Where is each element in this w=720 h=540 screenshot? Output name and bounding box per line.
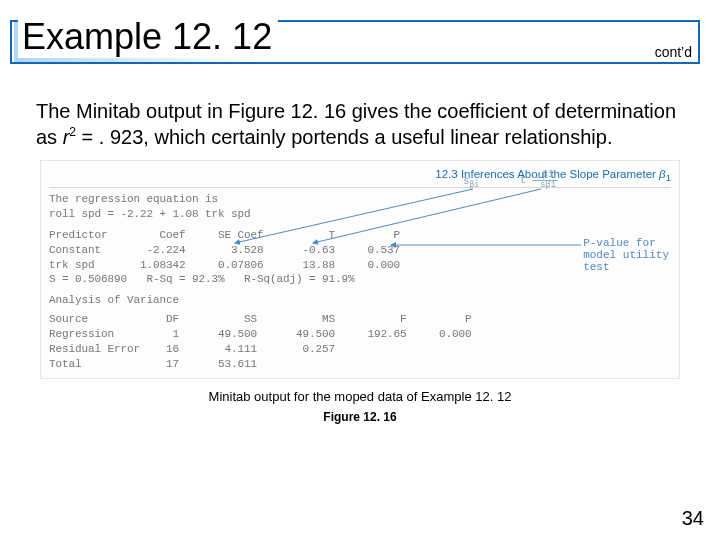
eq-line2: roll spd = -2.22 + 1.08 trk spd: [49, 207, 671, 222]
eq-line1: The regression equation is: [49, 192, 671, 207]
figure-caption: Minitab output for the moped data of Exa…: [0, 389, 720, 404]
an-r2: Residual Error 16 4.111 0.257: [49, 342, 671, 357]
an-hdr: Source DF SS MS F P: [49, 312, 671, 327]
annot-t: t =: [520, 176, 538, 186]
annot-t-formula: t = β̂1 sβ̂1: [509, 171, 569, 190]
annot-sb1-sub: β̂1: [469, 180, 479, 189]
anova-title: Analysis of Variance: [49, 293, 671, 308]
annot-t-bot: sβ̂1: [538, 181, 558, 190]
title-block: Example 12. 12 cont’d: [0, 0, 720, 62]
annot-pval-l1: P-value for: [583, 237, 669, 249]
annot-pval-l3: test: [583, 261, 669, 273]
body-paragraph: The Minitab output in Figure 12. 16 give…: [36, 98, 692, 150]
figure-number: Figure 12. 16: [0, 410, 720, 424]
minitab-output: 12.3 Inferences About the Slope Paramete…: [40, 160, 680, 379]
annot-pval-l2: model utility: [583, 249, 669, 261]
continued-label: cont’d: [653, 44, 694, 60]
annot-sbeta: sβ̂1: [463, 177, 479, 189]
annot-pvalue: P-value for model utility test: [583, 237, 669, 273]
tbl-r2: trk spd 1.08342 0.07806 13.88 0.000: [49, 258, 671, 273]
tbl-hdr: Predictor Coef SE Coef T P: [49, 228, 671, 243]
an-r3: Total 17 53.611: [49, 357, 671, 372]
page-number: 34: [682, 507, 704, 530]
tbl-r1: Constant -2.224 3.528 -0.63 0.537: [49, 243, 671, 258]
minitab-section-header: 12.3 Inferences About the Slope Paramete…: [49, 167, 671, 188]
slide-title: Example 12. 12: [18, 16, 278, 58]
s-line: S = 0.506890 R-Sq = 92.3% R-Sq(adj) = 91…: [49, 272, 671, 287]
section-header-beta: β: [659, 168, 666, 180]
an-r1: Regression 1 49.500 49.500 192.65 0.000: [49, 327, 671, 342]
section-header-sub: 1: [666, 172, 671, 183]
para-post: = . 923, which certainly portends a usef…: [76, 126, 612, 148]
